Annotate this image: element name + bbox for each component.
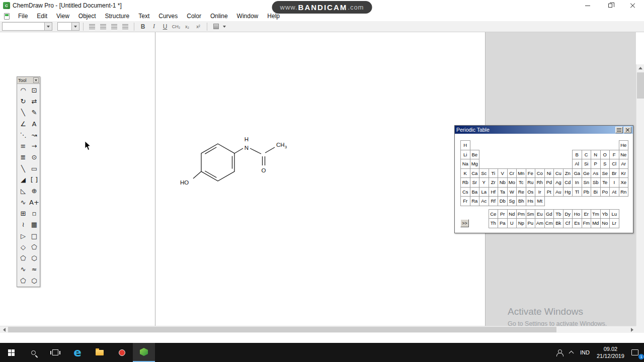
element-Bh[interactable]: Bh: [516, 196, 526, 206]
font-size-combo[interactable]: [57, 22, 79, 31]
element-C[interactable]: C: [582, 150, 592, 160]
element-Rn[interactable]: Rn: [619, 187, 629, 197]
lasso-tool[interactable]: ◠: [18, 84, 29, 96]
element-Ge[interactable]: Ge: [582, 168, 592, 178]
hashed-wedge-bond-tool[interactable]: ≣: [18, 152, 29, 163]
element-Ba[interactable]: Ba: [470, 187, 480, 197]
expand-button[interactable]: >>: [460, 219, 469, 227]
align-justify-button[interactable]: [120, 22, 130, 31]
menu-color[interactable]: Color: [182, 12, 206, 21]
element-No[interactable]: No: [600, 218, 610, 228]
align-right-button[interactable]: [109, 22, 119, 31]
menu-structure[interactable]: Structure: [101, 12, 134, 21]
cyclobutane-ring-tool[interactable]: □: [29, 230, 40, 241]
element-Er[interactable]: Er: [582, 209, 592, 219]
element-Hf[interactable]: Hf: [489, 187, 499, 197]
cyclopropane-ring-tool[interactable]: ▷: [18, 230, 29, 241]
superscript-button[interactable]: x²: [193, 22, 203, 31]
molecule-structure[interactable]: N H O HO CH3: [171, 130, 292, 196]
drawing-rectangle-tool[interactable]: ▭: [29, 163, 40, 174]
color-button[interactable]: [211, 22, 221, 31]
element-Al[interactable]: Al: [572, 159, 582, 169]
element-Fr[interactable]: Fr: [460, 196, 470, 206]
element-Db[interactable]: Db: [498, 196, 508, 206]
element-Rf[interactable]: Rf: [489, 196, 499, 206]
minimize-button[interactable]: [576, 0, 599, 11]
align-center-button[interactable]: [98, 22, 108, 31]
element-Ir[interactable]: Ir: [535, 187, 545, 197]
menu-object[interactable]: Object: [74, 12, 101, 21]
element-S[interactable]: S: [600, 159, 610, 169]
chair-template-2-tool[interactable]: ≈: [29, 264, 40, 275]
element-Ni[interactable]: Ni: [544, 168, 554, 178]
menu-window[interactable]: Window: [232, 12, 263, 21]
element-Po[interactable]: Po: [600, 187, 610, 197]
element-N[interactable]: N: [591, 150, 601, 160]
element-Mt[interactable]: Mt: [535, 196, 545, 206]
element-Cu[interactable]: Cu: [553, 168, 564, 178]
bold-button[interactable]: B: [138, 22, 148, 31]
element-Tb[interactable]: Tb: [553, 209, 564, 219]
multiple-bond-tool[interactable]: ∠: [18, 118, 29, 129]
bold-bond-tool[interactable]: ╲: [18, 163, 29, 174]
element-Rb[interactable]: Rb: [460, 177, 470, 188]
flip-tool[interactable]: ⇄: [29, 96, 40, 107]
underline-button[interactable]: U: [160, 22, 170, 31]
clock[interactable]: 09.02 21/12/2019: [593, 343, 628, 362]
element-Ti[interactable]: Ti: [489, 168, 499, 178]
element-Pm[interactable]: Pm: [516, 209, 526, 219]
element-Pt[interactable]: Pt: [544, 187, 554, 197]
menu-view[interactable]: View: [52, 12, 74, 21]
restore-button[interactable]: [599, 0, 621, 11]
periodic-table-menu-button[interactable]: [615, 127, 623, 133]
diamond-ring-tool[interactable]: ◇: [18, 241, 29, 252]
element-Sr[interactable]: Sr: [470, 177, 480, 188]
scroll-up-button[interactable]: [636, 64, 644, 72]
cyclohexane-ring-tool[interactable]: ⬡: [29, 252, 40, 263]
element-Ac[interactable]: Ac: [479, 196, 489, 206]
menu-file[interactable]: File: [14, 12, 32, 21]
chain-tool[interactable]: ≀: [18, 219, 29, 230]
element-Sm[interactable]: Sm: [526, 209, 536, 219]
element-Os[interactable]: Os: [526, 187, 536, 197]
element-U[interactable]: U: [507, 218, 517, 228]
element-Nd[interactable]: Nd: [507, 209, 517, 219]
wavy-bond-tool[interactable]: ∿: [18, 197, 29, 208]
cyclopentane-ring-tool[interactable]: ⬠: [29, 241, 40, 252]
text-tool[interactable]: A: [29, 118, 40, 129]
element-Y[interactable]: Y: [479, 177, 489, 188]
element-In[interactable]: In: [572, 177, 582, 188]
menu-text[interactable]: Text: [134, 12, 154, 21]
wedge-bond-tool[interactable]: ◢: [18, 174, 29, 185]
templates-tool[interactable]: ▦: [29, 219, 40, 230]
element-Fe[interactable]: Fe: [526, 168, 536, 178]
chemical-symbol-tool[interactable]: ⊕: [29, 186, 40, 197]
chevron-down-icon[interactable]: [71, 23, 79, 30]
vertical-scrollbar[interactable]: [636, 64, 644, 358]
element-Yb[interactable]: Yb: [600, 209, 610, 219]
bracket-tool[interactable]: [ ]: [29, 174, 40, 185]
element-B[interactable]: B: [572, 150, 582, 160]
element-Cr[interactable]: Cr: [507, 168, 517, 178]
element-Cd[interactable]: Cd: [563, 177, 573, 188]
element-Ga[interactable]: Ga: [572, 168, 582, 178]
element-Te[interactable]: Te: [600, 177, 610, 188]
element-Kr[interactable]: Kr: [619, 168, 629, 178]
element-Co[interactable]: Co: [535, 168, 545, 178]
file-explorer-button[interactable]: [89, 343, 111, 362]
font-family-combo[interactable]: [2, 22, 52, 31]
structure-frame-tool[interactable]: ▫: [29, 208, 40, 219]
tray-expand-button[interactable]: [566, 343, 577, 362]
close-button[interactable]: [621, 0, 644, 11]
element-V[interactable]: V: [498, 168, 508, 178]
element-Gd[interactable]: Gd: [544, 209, 554, 219]
pen-tool[interactable]: ↝: [29, 129, 40, 140]
element-H[interactable]: H: [460, 140, 470, 150]
menu-curves[interactable]: Curves: [154, 12, 182, 21]
chevron-down-icon[interactable]: [44, 23, 52, 30]
edge-button[interactable]: e: [66, 343, 89, 362]
element-Tm[interactable]: Tm: [591, 209, 601, 219]
marquee-tool[interactable]: ⊡: [29, 84, 40, 96]
element-Cl[interactable]: Cl: [609, 159, 619, 169]
element-O[interactable]: O: [600, 150, 610, 160]
